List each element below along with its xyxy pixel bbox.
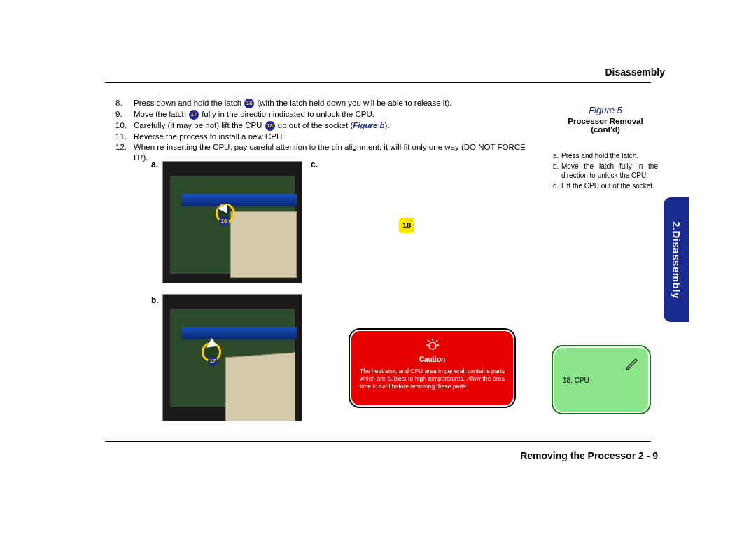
header-title: Disassembly: [605, 66, 665, 78]
step-text: Move the latch 17 fully in the direction…: [134, 109, 374, 120]
photo-b: 17: [162, 294, 302, 421]
rule-top: [105, 82, 651, 83]
cpu-note-callout: 18. CPU: [553, 346, 650, 413]
step-number: 11.: [115, 132, 134, 141]
step-text: When re-inserting the CPU, pay careful a…: [134, 142, 539, 162]
caution-callout: Caution The heat sink, and CPU area in g…: [350, 330, 514, 407]
step-9: 9. Move the latch 17 fully in the direct…: [115, 109, 539, 120]
substep-a: a.Press and hold the latch.: [553, 151, 658, 160]
cpu-chip-icon: [230, 211, 297, 278]
figure-ref: Figure b: [353, 121, 384, 129]
substep-c: c.Lift the CPU out of the socket.: [553, 181, 658, 190]
badge-16-photo-icon: 16: [219, 216, 229, 226]
step-text: Press down and hold the latch 16 (with t…: [134, 98, 452, 108]
step-number: 8.: [115, 98, 134, 108]
arrow-left-icon: [218, 204, 227, 213]
step-10: 10. Carefully (it may be hot) lift the C…: [115, 120, 539, 131]
badge-17-icon: 17: [189, 110, 199, 120]
photo-label-b: b.: [151, 295, 159, 305]
badge-18-yellow: 18: [399, 218, 414, 233]
step-number: 10.: [115, 120, 134, 131]
cpu-chip-icon: [225, 353, 295, 421]
alert-icon: [360, 337, 505, 353]
caution-title: Caution: [360, 356, 505, 363]
chapter-tab: 2.Disassembly: [664, 197, 689, 322]
motherboard-icon: [170, 176, 295, 274]
svg-line-3: [436, 340, 438, 342]
step-number: 12.: [115, 142, 134, 162]
badge-16-icon: 16: [244, 99, 254, 108]
photo-label-c: c.: [311, 160, 318, 169]
photo-area: a. b. c. 16 17: [154, 161, 318, 421]
cpu-note-text: 18. CPU: [563, 377, 640, 384]
figure-title-line2: (cont'd): [553, 125, 658, 134]
photo-a: 16: [162, 161, 302, 283]
instruction-list: 8. Press down and hold the latch 16 (wit…: [115, 98, 539, 163]
rule-bottom: [105, 441, 651, 442]
substep-b: b.Move the latch fully in the direction …: [553, 162, 658, 180]
motherboard-icon: [170, 309, 295, 407]
pencil-icon: [563, 355, 640, 372]
ribbon-cable-icon: [181, 194, 297, 206]
svg-point-0: [429, 342, 436, 349]
step-11: 11. Reverse the process to install a new…: [115, 132, 539, 141]
step-8: 8. Press down and hold the latch 16 (wit…: [115, 98, 539, 108]
step-12: 12. When re-inserting the CPU, pay caref…: [115, 142, 539, 162]
figure-sidebar: Figure 5 Processor Removal (cont'd) a.Pr…: [553, 105, 658, 192]
badge-17-photo-icon: 17: [208, 356, 218, 366]
ribbon-cable-icon: [181, 327, 297, 339]
badge-18-icon: 18: [265, 121, 275, 131]
step-text: Carefully (it may be hot) lift the CPU 1…: [134, 120, 390, 131]
step-text: Reverse the process to install a new CPU…: [134, 132, 284, 141]
step-number: 9.: [115, 109, 134, 120]
figure-title-line1: Processor Removal: [553, 117, 658, 125]
figure-number: Figure 5: [553, 105, 658, 115]
svg-line-2: [428, 340, 429, 342]
caution-body: The heat sink, and CPU area in general, …: [360, 367, 505, 391]
photo-label-a: a.: [151, 160, 158, 169]
figure-substeps: a.Press and hold the latch. b.Move the l…: [553, 151, 658, 190]
footer-title: Removing the Processor 2 - 9: [520, 450, 658, 461]
